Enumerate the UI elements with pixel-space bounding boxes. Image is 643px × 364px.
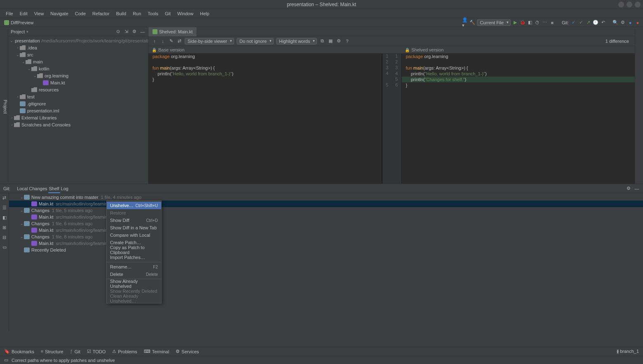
menu-item-show-diff-in-a-new-tab[interactable]: Show Diff in a New Tab [107, 224, 161, 231]
tree-root[interactable]: ⌄presentation/media/kursornm/Projects/wo… [8, 37, 148, 44]
shelf-collapse-icon[interactable]: ⊟ [2, 234, 7, 240]
edit-icon[interactable]: ✎ [168, 38, 174, 44]
shelf-item[interactable]: Main.ktsrc/main/kotlin/org/learning [9, 240, 643, 247]
tree-external-libraries[interactable]: ›External Libraries [8, 114, 148, 121]
panel-settings-icon[interactable]: ⚙ [131, 29, 137, 35]
footer-tab-terminal[interactable]: ⌨ Terminal [144, 349, 169, 354]
shelf-item[interactable]: Main.ktsrc/main/kotlin/org/learning [9, 201, 643, 207]
collapse-icon[interactable]: ⧉ [319, 38, 325, 44]
git-rollback-icon[interactable]: ↶ [600, 20, 606, 26]
tree-src[interactable]: ⌄src [8, 51, 148, 58]
menu-item-delete[interactable]: DeleteDelete [107, 271, 161, 278]
tree-kotlin[interactable]: ⌄kotlin [8, 65, 148, 72]
close-button[interactable] [635, 2, 641, 7]
shelf-item[interactable]: ⌄Changes1 file, 8 minutes ago [9, 233, 643, 240]
maximize-button[interactable] [627, 2, 632, 7]
toggle-icon[interactable]: ⇄ [176, 38, 182, 44]
menu-view[interactable]: View [31, 11, 47, 16]
diff-pane-right[interactable]: package org.learningfun main(args: Array… [402, 54, 635, 184]
menu-file[interactable]: File [2, 11, 16, 16]
shelf-tree[interactable]: ⌄New amazing commit into master1 file, 4… [9, 193, 643, 332]
user-icon[interactable]: 👤▾ [462, 20, 468, 26]
hammer-icon[interactable]: 🔨 [469, 20, 475, 26]
ide-updates-icon[interactable]: ● [627, 20, 633, 26]
menu-item-show-already-unshelved[interactable]: Show Already Unshelved [107, 280, 161, 287]
project-tool-tab[interactable]: Project [0, 27, 8, 184]
menu-item-compare-with-local[interactable]: Compare with Local [107, 231, 161, 239]
menu-item-rename-[interactable]: Rename…F2 [107, 263, 161, 271]
shelf-item[interactable]: Recently Deleted [9, 247, 643, 253]
menu-tools[interactable]: Tools [144, 11, 162, 16]
git-panel-hide-icon[interactable]: — [634, 186, 640, 191]
menu-navigate[interactable]: Navigate [47, 11, 71, 16]
footer-tab-git[interactable]: ᚴ Git [70, 349, 80, 354]
expand-all-icon[interactable]: ⇲ [123, 29, 129, 35]
ide-errors-icon[interactable]: ● [635, 20, 641, 26]
prev-diff-icon[interactable]: ↑ [152, 38, 157, 44]
menu-item-unshelve-[interactable]: Unshelve…Ctrl+Shift+U [107, 202, 161, 209]
branch-indicator[interactable]: ᚕ branch_1 [617, 349, 639, 354]
menu-run[interactable]: Run [129, 11, 144, 16]
tree-org-learning[interactable]: ⌄org.learning [8, 72, 148, 79]
menu-edit[interactable]: Edit [16, 11, 31, 16]
shelf-item[interactable]: ⌄Changes1 file, 5 minutes ago [9, 207, 643, 214]
tree-presentation-iml[interactable]: presentation.iml [8, 107, 148, 114]
shelf-item[interactable]: Main.ktsrc/main/kotlin/org/learning [9, 227, 643, 233]
git-update-icon[interactable]: ✓ [570, 20, 576, 26]
settings-icon[interactable]: ⚙ [620, 20, 626, 26]
git-tab-shelf[interactable]: Shelf [48, 185, 60, 193]
footer-tab-todo[interactable]: ☑ TODO [87, 349, 106, 354]
shelf-group-icon[interactable]: ☰ [2, 205, 7, 210]
git-panel-settings-icon[interactable]: ⚙ [626, 186, 631, 191]
tree-test[interactable]: ›test [8, 93, 148, 100]
help-icon[interactable]: ? [344, 38, 350, 44]
shelf-item[interactable]: ⌄New amazing commit into master1 file, 4… [9, 194, 643, 201]
stop-icon[interactable]: ■ [549, 20, 555, 26]
footer-tab-services[interactable]: ⚙ Services [176, 349, 199, 354]
run-icon[interactable]: ▶ [512, 20, 518, 26]
debug-icon[interactable]: 🐞 [520, 20, 526, 26]
next-diff-icon[interactable]: ↓ [160, 38, 166, 44]
menu-git[interactable]: Git [162, 11, 174, 16]
git-commit-icon[interactable]: ✓ [578, 20, 584, 26]
attach-icon[interactable]: ⋯ [542, 20, 548, 26]
minimize-button[interactable] [618, 2, 624, 7]
menu-code[interactable]: Code [72, 11, 89, 16]
shelf-diff-icon[interactable]: ⇄ [2, 195, 7, 201]
git-history-icon[interactable]: 🕘 [593, 20, 598, 26]
tree-scratches[interactable]: ›Scratches and Consoles [8, 121, 148, 128]
run-config-combo[interactable]: Current File [477, 19, 510, 26]
shelf-preview-icon[interactable]: ▭ [2, 244, 7, 250]
diff-pane-left[interactable]: package org.learningfun main(args: Array… [148, 54, 382, 184]
menu-help[interactable]: Help [197, 11, 213, 16]
menu-item-show-diff[interactable]: Show DiffCtrl+D [107, 217, 161, 224]
panel-hide-icon[interactable]: — [140, 29, 145, 35]
footer-tab-bookmarks[interactable]: 🔖 Bookmarks [4, 349, 34, 354]
git-tab-local-changes[interactable]: Local Changes [16, 185, 48, 192]
tree-resources[interactable]: resources [8, 86, 148, 93]
footer-tab-structure[interactable]: ⌗ Structure [41, 349, 63, 354]
nav-diffpreview[interactable]: DiffPreview [2, 20, 35, 25]
git-tab-log[interactable]: Log [60, 185, 69, 192]
tree--idea[interactable]: ›.idea [8, 44, 148, 51]
search-everywhere-icon[interactable]: 🔍 [612, 20, 618, 26]
git-push-icon[interactable]: ↗ [585, 20, 591, 26]
ignore-mode-combo[interactable]: Do not ignore [237, 38, 274, 44]
shelf-tree-icon[interactable]: ◧ [2, 215, 7, 220]
footer-tab-problems[interactable]: ⚠ Problems [112, 349, 137, 354]
shelf-item[interactable]: Main.ktsrc/main/kotlin/org/learning [9, 214, 643, 220]
menu-item-copy-as-patch-to-clipboard[interactable]: Copy as Patch to Clipboard [107, 246, 161, 254]
diff-settings-icon[interactable]: ⚙ [336, 38, 342, 44]
highlight-mode-combo[interactable]: Highlight words [276, 38, 317, 44]
coverage-icon[interactable]: ◧ [527, 20, 533, 26]
shelf-item[interactable]: ⌄Changes1 file, 6 minutes ago [9, 220, 643, 227]
viewer-mode-combo[interactable]: Side-by-side viewer [185, 38, 234, 44]
sync-scroll-icon[interactable]: ▦ [328, 38, 333, 44]
menu-build[interactable]: Build [113, 11, 129, 16]
profile-icon[interactable]: ⏱ [535, 20, 540, 26]
menu-window[interactable]: Window [174, 11, 197, 16]
editor-tab-shelved-main[interactable]: Shelved: Main.kt [148, 27, 197, 36]
select-opened-icon[interactable]: ⊙ [115, 29, 121, 35]
menu-refactor[interactable]: Refactor [89, 11, 113, 16]
tree--gitignore[interactable]: .gitignore [8, 100, 148, 107]
